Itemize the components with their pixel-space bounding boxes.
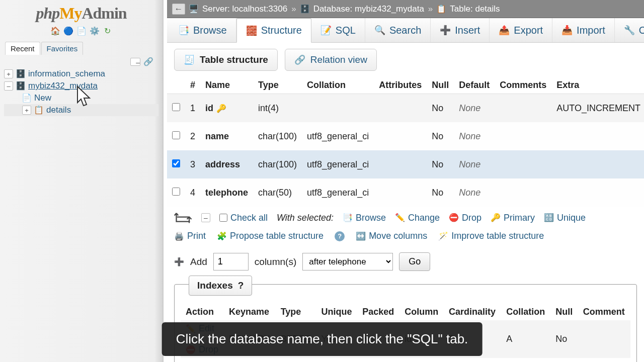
tree-node-details[interactable]: + 📋 details (4, 104, 158, 116)
subtab-table-structure[interactable]: 🧾Table structure (174, 49, 278, 71)
breadcrumb-table[interactable]: Table: details (450, 4, 500, 14)
gear-icon[interactable]: ⚙️ (89, 26, 100, 37)
cell-collation: utf8_general_ci (302, 178, 374, 207)
bulk-unique[interactable]: 🔠Unique (544, 213, 586, 223)
sql-icon[interactable]: 📄 (76, 26, 87, 37)
exit-icon[interactable]: 🔵 (63, 26, 74, 37)
collapse-icon[interactable]: – (4, 81, 13, 90)
bulk-drop[interactable]: ⛔Drop (449, 213, 481, 223)
cell-extra (551, 150, 644, 178)
structure-icon: 🧱 (246, 25, 257, 36)
cell-attributes (374, 122, 427, 150)
bulk-browse[interactable]: 📑Browse (343, 213, 386, 223)
add-label: Add (190, 256, 207, 267)
cell-extra (551, 178, 644, 207)
cell-null: No (427, 94, 454, 123)
home-icon[interactable]: 🏠 (50, 26, 61, 37)
help-icon[interactable]: ? (238, 280, 244, 291)
tab-search[interactable]: 🔍Search (365, 18, 431, 42)
sql-icon: 📝 (320, 25, 332, 36)
export-icon: 📤 (499, 25, 510, 36)
add-position-select[interactable]: after telephone (302, 253, 393, 270)
print-icon: 🖨️ (174, 232, 184, 240)
tab-sql[interactable]: 📝SQL (311, 18, 365, 42)
tab-export[interactable]: 📤Export (490, 18, 552, 42)
cell-extra: AUTO_INCREMENT (551, 94, 644, 123)
tab-operations[interactable]: 🔧Ope (615, 18, 644, 42)
cell-collation: utf8_general_ci (302, 150, 374, 178)
unique-icon: 🔠 (544, 214, 554, 222)
wand-icon: 🪄 (438, 232, 448, 240)
check-all[interactable]: Check all (219, 213, 268, 223)
reload-icon[interactable]: ↻ (102, 26, 113, 37)
search-icon: 🔍 (374, 25, 385, 36)
tab-recent[interactable]: Recent (5, 42, 40, 55)
breadcrumb-database[interactable]: Database: mybiz432_mydata (313, 4, 424, 14)
cell-comments (495, 94, 551, 123)
back-icon[interactable]: ← (172, 4, 185, 15)
breadcrumb: ← 🖥️ Server: localhost:3306 » 🗄️ Databas… (167, 0, 644, 18)
with-selected-label: With selected: (277, 213, 334, 223)
row-checkbox[interactable] (172, 188, 180, 196)
expand-icon[interactable]: + (4, 69, 13, 78)
help-icon[interactable]: ? (335, 231, 345, 241)
cell-collation: utf8_general_ci (302, 122, 374, 150)
cell-name: name (200, 122, 253, 150)
bulk-primary[interactable]: 🔑Primary (491, 213, 535, 223)
move-columns-link[interactable]: ↔️Move columns (356, 231, 427, 241)
instruction-tooltip: Click the database name, then click the … (162, 322, 482, 356)
tab-browse[interactable]: 📑Browse (169, 18, 236, 42)
columns-table: # Name Type Collation Attributes Null De… (167, 77, 644, 207)
cell-null: No (427, 178, 454, 207)
cell-null: No (427, 122, 454, 150)
propose-link[interactable]: 🧩Propose table structure (217, 231, 324, 241)
subtab-relation-view[interactable]: 🔗Relation view (285, 49, 377, 71)
link-icon[interactable]: 🔗 (143, 58, 153, 66)
row-checkbox[interactable] (172, 159, 180, 167)
bulk-actions: – Check all With selected: 📑Browse ✏️Cha… (167, 207, 644, 227)
browse-icon: 📑 (343, 214, 353, 222)
tree-node-mybiz432-mydata[interactable]: – 🗄️ mybiz432_mydata (4, 80, 158, 92)
add-go-button[interactable]: Go (399, 252, 430, 271)
cell-attributes (374, 94, 427, 123)
move-icon: ↔️ (356, 232, 366, 240)
cell-num: 4 (185, 178, 200, 207)
cell-default: None (454, 178, 495, 207)
tab-structure[interactable]: 🧱Structure (236, 18, 311, 43)
col-name: Name (200, 77, 253, 94)
tab-favorites[interactable]: Favorites (41, 42, 84, 55)
improve-link[interactable]: 🪄Improve table structure (438, 231, 544, 241)
add-count-input[interactable] (213, 253, 249, 270)
row-checkbox[interactable] (172, 131, 180, 139)
table-structure-icon: 🧾 (184, 54, 195, 65)
cell-default: None (454, 94, 495, 123)
collapse-icon[interactable]: – (201, 213, 210, 222)
expand-icon[interactable]: + (22, 106, 31, 115)
tab-insert[interactable]: ➕Insert (431, 18, 490, 42)
col-attributes: Attributes (374, 77, 427, 94)
row-checkbox[interactable] (172, 103, 180, 111)
table-row: 2namechar(100)utf8_general_ciNoNone✏️ C (167, 122, 644, 150)
tree-node-new[interactable]: 📄 New (4, 92, 158, 104)
col-comments: Comments (495, 77, 551, 94)
table-row: 4telephonechar(50)utf8_general_ciNoNone✏… (167, 178, 644, 207)
cell-name: id🔑 (200, 94, 253, 123)
logo[interactable]: phpMyAdmin (0, 0, 163, 23)
bulk-change[interactable]: ✏️Change (395, 213, 440, 223)
propose-icon: 🧩 (217, 232, 227, 240)
print-link[interactable]: 🖨️Print (174, 231, 206, 241)
tab-import[interactable]: 📥Import (552, 18, 615, 42)
breadcrumb-server[interactable]: Server: localhost:3306 (202, 4, 287, 14)
tree-node-information-schema[interactable]: + 🗄️ information_schema (4, 68, 158, 80)
collapse-all-icon[interactable]: – (130, 58, 140, 66)
main: ← 🖥️ Server: localhost:3306 » 🗄️ Databas… (167, 0, 644, 362)
add-icon: ➕ (174, 258, 184, 266)
drop-icon: ⛔ (449, 214, 459, 222)
db-tree: + 🗄️ information_schema – 🗄️ mybiz432_my… (0, 68, 163, 116)
table-row: 1id🔑int(4)NoNoneAUTO_INCREMENT✏️ C (167, 94, 644, 123)
indexes-title[interactable]: Indexes? (189, 276, 252, 296)
server-icon: 🖥️ (189, 5, 198, 14)
cell-attributes (374, 150, 427, 178)
cell-null: No (427, 150, 454, 178)
table-icon: 📋 (437, 5, 446, 14)
